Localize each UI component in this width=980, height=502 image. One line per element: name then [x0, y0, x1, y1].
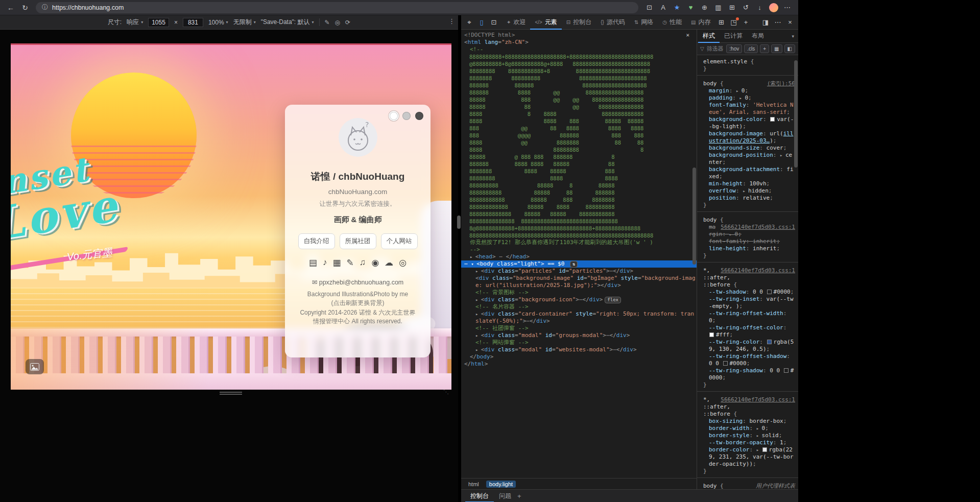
device-toolbar-icon[interactable]: ▯ [475, 16, 488, 29]
tiktok-icon[interactable]: ♫ [360, 257, 366, 268]
theme-light-dot[interactable] [390, 112, 398, 120]
code-line[interactable]: background-position: ▸ center; [700, 152, 795, 166]
address-bar[interactable]: ⓘ https://chbnuohuang.com [36, 2, 638, 13]
tab-memory[interactable]: ▤ 内存 [686, 15, 715, 30]
code-line[interactable]: --tw-ring-color: rgba(59, 130, 246, 0.5)… [700, 339, 795, 353]
code-line[interactable]: overflow: ▸ hidden; [700, 187, 795, 195]
grid-overlay-icon[interactable]: ▦ [771, 44, 782, 53]
refresh-button[interactable]: ↻ [18, 2, 32, 14]
code-line[interactable]: 你竟然按了F12! 那么恭喜你遇到了1103年才能刷到的超大吊图('w ' ) [461, 239, 697, 246]
tab-console[interactable]: ⊟ 控制台 [562, 15, 596, 30]
browser-essentials-icon[interactable]: ♥ [684, 1, 698, 14]
tab-welcome[interactable]: ✦ 欢迎 [502, 15, 530, 30]
code-line[interactable]: *,56662140ef7d5d03.css:1 [700, 267, 795, 274]
rotate-viewport-icon[interactable]: ⟳ [345, 19, 350, 26]
music-icon[interactable]: ♪ [323, 257, 327, 268]
split-screen-icon[interactable]: ▥ [711, 1, 725, 14]
about-me-button[interactable]: 自我介绍 [298, 233, 335, 249]
code-line[interactable]: border-color: ▸ rgba(229, 231, 235, var(… [700, 446, 795, 468]
collections-icon[interactable]: ⊞ [725, 1, 739, 14]
code-line[interactable] [697, 477, 798, 480]
code-line[interactable] [697, 262, 798, 265]
profile-avatar[interactable] [767, 1, 780, 14]
code-line[interactable]: background-size: cover; [700, 145, 795, 152]
more-tabs-icon[interactable]: ⊞ [715, 16, 728, 29]
inspect-icon[interactable]: ⌖ [463, 16, 475, 29]
back-button[interactable]: ← [4, 2, 17, 14]
code-line[interactable]: ▸ <div class="particles" id="particles">… [461, 268, 697, 275]
code-line[interactable]: background-image: url(illustration/2025-… [700, 130, 795, 145]
dashboard-icon[interactable]: ⊡ [488, 16, 500, 29]
class-toggle[interactable]: .cls [744, 44, 758, 53]
code-line[interactable]: margin: ▸ 0; [700, 87, 795, 94]
computed-sidebar-icon[interactable]: ◧ [784, 44, 795, 53]
device-mode-select[interactable]: 响应 ▾ [127, 18, 143, 27]
hover-toggle[interactable]: :hov [726, 44, 742, 53]
code-line[interactable]: ::after, [700, 403, 795, 411]
avatar[interactable]: ? [339, 118, 377, 157]
layout-tab[interactable]: 布局 [747, 30, 769, 43]
code-line[interactable]: --tw-border-opacity: 1; [700, 439, 795, 446]
viewport-height-input[interactable]: 831 [183, 18, 203, 27]
issues-tab[interactable]: 问题 [494, 490, 516, 502]
tab-network[interactable]: ⇅ 网络 [630, 15, 658, 30]
code-line[interactable]: element.style { [700, 58, 795, 65]
email-line[interactable]: ✉ ppxzhebi@chbnuohuang.com [297, 278, 418, 286]
styles-filter-input[interactable]: 筛选器 [707, 45, 724, 53]
tab-performance[interactable]: ◷ 性能 [658, 15, 686, 30]
code-line[interactable]: --tw-shadow: 0 0 #0000; [700, 289, 795, 296]
code-line[interactable]: ▸ <div class="background-icon">⋯</div>fl… [461, 296, 697, 303]
code-line[interactable]: --tw-ring-offset-width: 0; [700, 310, 795, 324]
bilibili-icon[interactable]: ▤ [309, 257, 317, 268]
code-line[interactable]: <!-- 背景图标 --> [461, 289, 697, 296]
console-tab[interactable]: 控制台 [465, 490, 494, 502]
code-line[interactable]: border-style: ▸ solid; [700, 432, 795, 439]
corner-resize-grip[interactable]: ⋱ [443, 389, 451, 397]
code-line[interactable]: <!-- 名片容器 --> [461, 303, 697, 310]
read-aloud-icon[interactable]: A [656, 1, 670, 14]
edit-dimensions-icon[interactable]: ✎ [325, 19, 330, 26]
styles-scrollbar[interactable] [794, 60, 798, 168]
send-to-devices-icon[interactable]: ⊡ [642, 1, 656, 14]
code-line[interactable]: ▸ <div class="card-container" style="rig… [461, 310, 697, 325]
code-line[interactable]: --> [461, 246, 697, 253]
code-line[interactable]: background-attachment: fixed; [700, 166, 795, 180]
code-line[interactable]: } [700, 65, 795, 73]
elements-tree[interactable]: ✕ <!DOCTYPE html><html lang="zh-CN"><!--… [461, 30, 697, 478]
code-line[interactable]: font-family: inherit; [700, 238, 795, 245]
code-line[interactable]: --tw-ring-offset-color: #fff; [700, 324, 795, 339]
throttling-select[interactable]: 无限制 ▾ [233, 18, 256, 27]
chat-icon[interactable]: ◉ [371, 257, 379, 268]
code-line[interactable]: } [700, 468, 795, 475]
code-line[interactable]: min-height: 100vh; [700, 180, 795, 187]
code-line[interactable]: <!-- [461, 46, 697, 53]
capture-screenshot-icon[interactable]: ◎ [335, 19, 340, 26]
code-line[interactable] [697, 391, 798, 394]
dock-side-icon[interactable]: ◨ [759, 16, 772, 29]
more-menu-icon[interactable]: ⋯ [780, 1, 794, 14]
code-line[interactable] [697, 211, 798, 214]
downloads-icon[interactable]: ↓ [753, 1, 767, 14]
pixiv-icon[interactable]: ✎ [346, 257, 353, 268]
crumb-body[interactable]: body.light [486, 481, 516, 488]
device-toolbar-more-icon[interactable]: ⋮ [448, 17, 455, 25]
close-devtools-icon[interactable]: × [784, 16, 796, 29]
code-line[interactable]: ::before { [700, 411, 795, 418]
site-info-icon[interactable]: ⓘ [42, 3, 48, 12]
code-line[interactable]: body {56662140ef7d5d03.css:1 [700, 217, 795, 224]
styles-tab[interactable]: 样式 [698, 30, 720, 43]
history-icon[interactable]: ↺ [739, 1, 753, 14]
code-line[interactable]: line-height: inherit; [700, 245, 795, 252]
issues-icon[interactable]: ◳ [728, 16, 740, 29]
extensions-icon[interactable]: ⊕ [698, 1, 711, 14]
code-line[interactable]: <div class="background-image" id="bgImag… [461, 275, 697, 289]
code-line[interactable]: <!-- 社团弹窗 --> [461, 325, 697, 332]
code-line[interactable]: </body> [461, 353, 697, 361]
code-line[interactable]: --tw-ring-inset: var(--tw-empty, ); [700, 296, 795, 310]
code-line[interactable]: position: relative; [700, 195, 795, 202]
elements-scrollbar[interactable] [692, 168, 696, 265]
rss-icon[interactable]: ◎ [399, 257, 407, 268]
css-rules[interactable]: element.style {}body {(索引):56margin: ▸ 0… [697, 55, 798, 489]
code-line[interactable]: --tw-ring-shadow: 0 0 #0000; [700, 367, 795, 381]
code-line[interactable]: box-sizing: border-box; [700, 418, 795, 425]
